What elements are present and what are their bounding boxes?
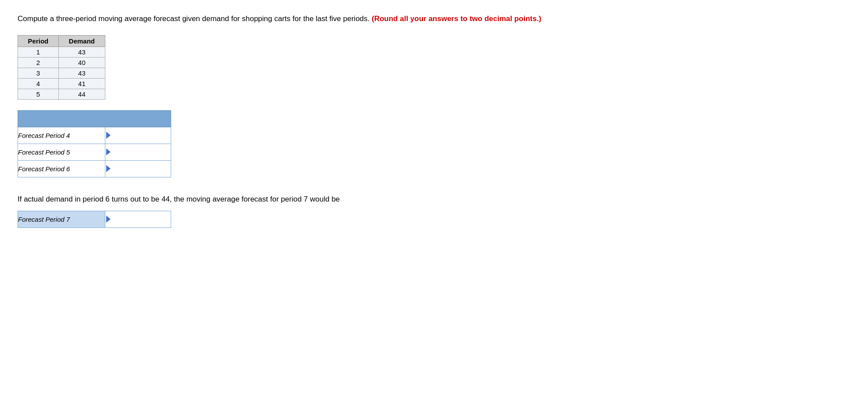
table-row: 143 — [18, 47, 105, 57]
intro-paragraph: Compute a three-period moving average fo… — [18, 13, 544, 25]
period7-input-cell[interactable] — [105, 211, 171, 227]
forecast-section: Forecast Period 4 Forecast Period 5 Fore… — [18, 110, 850, 177]
forecast-period5-input[interactable] — [105, 144, 171, 160]
demand-cell: 40 — [58, 57, 105, 68]
period-cell: 5 — [18, 89, 59, 99]
demand-header: Demand — [58, 35, 105, 47]
demand-table: Period Demand 143240343441544 — [18, 35, 105, 100]
forecast-period6-input[interactable] — [105, 161, 171, 177]
forecast-table: Forecast Period 4 Forecast Period 5 Fore… — [18, 110, 171, 177]
period-cell: 4 — [18, 78, 59, 89]
table-row: 240 — [18, 57, 105, 68]
forecast-period6-input-cell[interactable] — [105, 160, 171, 177]
forecast-period6-label: Forecast Period 6 — [18, 160, 105, 177]
forecast-period5-label: Forecast Period 5 — [18, 144, 105, 160]
conditional-text: If actual demand in period 6 turns out t… — [18, 195, 850, 204]
forecast-period4-label: Forecast Period 4 — [18, 127, 105, 144]
forecast-row-4: Forecast Period 4 — [18, 127, 171, 144]
period7-section: Forecast Period 7 — [18, 211, 850, 228]
forecast-period5-input-cell[interactable] — [105, 144, 171, 160]
forecast-period4-input-cell[interactable] — [105, 127, 171, 144]
period-cell: 3 — [18, 68, 59, 78]
demand-cell: 44 — [58, 89, 105, 99]
forecast-row-6: Forecast Period 6 — [18, 160, 171, 177]
forecast-row-5: Forecast Period 5 — [18, 144, 171, 160]
demand-cell: 43 — [58, 68, 105, 78]
period-cell: 2 — [18, 57, 59, 68]
period7-table: Forecast Period 7 — [18, 211, 171, 228]
intro-text-bold-red: (Round all your answers to two decimal p… — [372, 14, 541, 23]
forecast-period4-input[interactable] — [105, 127, 171, 144]
intro-text-normal: Compute a three-period moving average fo… — [18, 14, 369, 23]
table-row: 343 — [18, 68, 105, 78]
period-header: Period — [18, 35, 59, 47]
forecast-header-cell — [18, 110, 171, 127]
demand-cell: 41 — [58, 78, 105, 89]
table-row: 441 — [18, 78, 105, 89]
forecast-header-row — [18, 110, 171, 127]
period7-label: Forecast Period 7 — [18, 211, 105, 227]
table-row: 544 — [18, 89, 105, 99]
period7-input[interactable] — [105, 211, 171, 227]
period-cell: 1 — [18, 47, 59, 57]
demand-cell: 43 — [58, 47, 105, 57]
period7-row: Forecast Period 7 — [18, 211, 171, 227]
